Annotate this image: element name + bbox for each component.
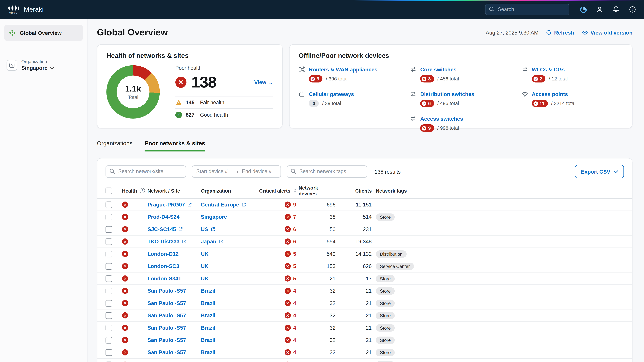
device-columns: Routers & WAN appliances ×9 / 396 total … — [298, 66, 623, 140]
table-row: × San Paulo -S57 Brazil ×4 32 21 Store — [97, 322, 632, 334]
topbar-icons: ? — [579, 5, 636, 13]
row-checkbox[interactable] — [106, 349, 112, 356]
organization-link[interactable]: Brazil — [201, 312, 216, 319]
table-toolbar: → 138 results Export CSV — [97, 165, 632, 178]
network-link[interactable]: San Paulo -S57 — [148, 288, 186, 294]
network-link[interactable]: San Paulo -S57 — [148, 300, 186, 306]
warning-triangle-icon — [176, 99, 182, 106]
search-network-input[interactable] — [106, 165, 186, 178]
row-checkbox[interactable] — [106, 288, 112, 294]
clients-count: 21 — [340, 325, 376, 331]
network-devices-count: 32 — [298, 349, 340, 356]
fair-health-row: 145 Fair health — [176, 96, 273, 108]
row-checkbox[interactable] — [106, 300, 112, 306]
critical-alert-icon: × — [284, 288, 291, 294]
network-link[interactable]: San Paulo -S57 — [148, 349, 186, 356]
network-devices-count: 153 — [298, 263, 340, 269]
sidebar-item-global-overview[interactable]: Global Overview — [4, 25, 83, 41]
organization-link[interactable]: Brazil — [201, 337, 216, 343]
device-category-link[interactable]: Core switches — [420, 66, 456, 72]
search-input[interactable] — [485, 4, 569, 15]
info-icon[interactable]: i — [140, 188, 145, 193]
network-link[interactable]: Prague-PRG07 — [148, 201, 185, 208]
network-link[interactable]: SJC-SC145 — [148, 226, 176, 232]
organization-link[interactable]: Japan — [201, 239, 216, 245]
critical-alert-count: 9 — [293, 201, 296, 208]
organization-link[interactable]: Brazil — [201, 349, 216, 356]
device-category-link[interactable]: Access switches — [420, 115, 463, 122]
row-checkbox[interactable] — [106, 214, 112, 220]
poor-health-icon: × — [122, 239, 128, 245]
network-link[interactable]: San Paulo -S57 — [148, 312, 186, 319]
row-checkbox[interactable] — [106, 337, 112, 343]
sort-icon[interactable] — [293, 188, 297, 193]
organization-selector[interactable]: Organization Singapore — [4, 59, 83, 71]
table-row: × San Paulo -S57 Brazil ×4 32 21 Store — [97, 310, 632, 322]
network-link[interactable]: London-SC3 — [148, 263, 179, 269]
organization-link[interactable]: Brazil — [201, 288, 216, 294]
critical-alert-icon: × — [284, 349, 291, 356]
device-category-link[interactable]: Access points — [532, 91, 568, 97]
device-category-link[interactable]: Cellular gateways — [309, 91, 354, 97]
tab-poor-networks-sites[interactable]: Poor networks & sites — [145, 140, 205, 151]
search-icon — [489, 6, 495, 13]
network-link[interactable]: San Paulo -S57 — [148, 325, 186, 331]
network-link[interactable]: San Paulo -S57 — [148, 337, 186, 343]
search-tags-input[interactable] — [286, 165, 367, 178]
row-checkbox[interactable] — [106, 361, 112, 362]
organization-link[interactable]: Central Europe — [201, 201, 239, 208]
critical-alert-icon: × — [284, 300, 291, 306]
tabs: Organizations Poor networks & sites — [97, 140, 632, 151]
user-icon[interactable] — [596, 5, 604, 13]
organization-link[interactable]: Brazil — [201, 325, 216, 331]
access-switch-icon — [410, 115, 416, 122]
network-link[interactable]: London-S341 — [148, 275, 181, 282]
device-category-link[interactable]: Routers & WAN appliances — [309, 66, 378, 72]
row-checkbox[interactable] — [106, 238, 112, 245]
table-row: × San Paulo -S57 Brazil ×4 32 21 Store — [97, 359, 632, 362]
organization-link[interactable]: UK — [201, 263, 209, 269]
view-link[interactable]: View → — [254, 79, 273, 85]
tab-organizations[interactable]: Organizations — [97, 140, 132, 151]
notifications-bell-icon[interactable] — [612, 5, 620, 13]
device-count-badge: 0 — [309, 100, 319, 107]
table-row: × London-S341 UK ×5 21 17 Store — [97, 273, 632, 285]
view-old-version-link[interactable]: View old version — [582, 29, 632, 35]
table-row: × Prague-PRG07 Central Europe ×9 696 11,… — [97, 199, 632, 211]
help-icon[interactable]: ? — [628, 5, 636, 13]
device-category: Distribution switches ×6 / 496 total — [410, 91, 512, 107]
row-checkbox[interactable] — [106, 226, 112, 232]
export-csv-button[interactable]: Export CSV — [575, 165, 624, 178]
network-link[interactable]: TKO-Dist333 — [148, 239, 180, 245]
chevron-down-icon — [50, 67, 54, 69]
critical-alert-icon: × — [284, 239, 291, 245]
organization-link[interactable]: UK — [201, 251, 209, 257]
network-tags-cell: Distribution — [376, 250, 624, 258]
refresh-button[interactable]: Refresh — [546, 29, 574, 35]
start-device-input[interactable] — [196, 169, 231, 174]
select-all-checkbox[interactable] — [106, 187, 112, 194]
device-total: / 39 total — [322, 100, 341, 106]
organization-link[interactable]: US — [201, 226, 208, 232]
device-category-link[interactable]: Distribution switches — [420, 91, 474, 97]
row-checkbox[interactable] — [106, 325, 112, 331]
row-checkbox[interactable] — [106, 263, 112, 270]
network-link[interactable]: Prod-D4-S24 — [148, 214, 180, 220]
row-checkbox[interactable] — [106, 201, 112, 208]
organization-link[interactable]: UK — [201, 275, 209, 282]
network-devices-count: 32 — [298, 325, 340, 331]
usage-chart-icon[interactable] — [579, 5, 587, 13]
device-category-link[interactable]: WLCs & CGs — [532, 66, 565, 72]
row-checkbox[interactable] — [106, 312, 112, 319]
organization-link[interactable]: Singapore — [201, 214, 227, 220]
organization-link[interactable]: Brazil — [201, 300, 216, 306]
accent-gradient-strip — [0, 0, 644, 1]
offline-devices-card: Offline/Poor network devices Routers & W… — [289, 44, 632, 128]
row-checkbox[interactable] — [106, 251, 112, 257]
row-checkbox[interactable] — [106, 275, 112, 282]
offline-devices-title: Offline/Poor network devices — [298, 52, 623, 59]
clients-count: 21 — [340, 300, 376, 306]
chevron-down-icon — [614, 170, 618, 173]
network-link[interactable]: London-D12 — [148, 251, 178, 257]
end-device-input[interactable] — [242, 169, 276, 174]
